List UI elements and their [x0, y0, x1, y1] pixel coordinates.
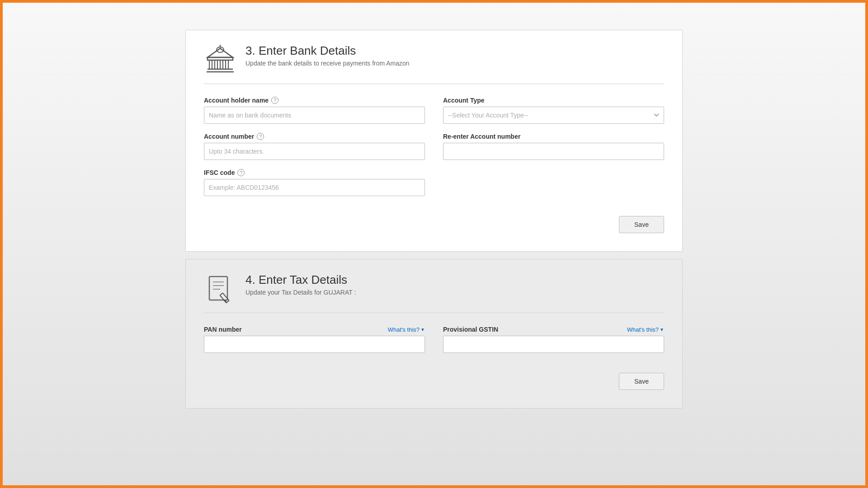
bank-save-row: Save — [204, 216, 664, 233]
provisional-gstin-input[interactable] — [443, 336, 664, 353]
ifsc-code-help-icon[interactable]: ? — [237, 169, 245, 176]
svg-rect-2 — [215, 60, 217, 69]
pan-whats-this-arrow: ▼ — [420, 327, 425, 332]
tax-icon — [204, 273, 236, 305]
tax-title-block: 4. Enter Tax Details Update your Tax Det… — [245, 273, 356, 296]
bank-section-subtitle: Update the bank details to receive payme… — [245, 60, 410, 67]
re-enter-account-number-group: Re-enter Account number — [443, 133, 664, 160]
tax-details-section: 4. Enter Tax Details Update your Tax Det… — [185, 259, 683, 408]
ifsc-code-group: IFSC code ? — [204, 169, 425, 196]
ifsc-code-label: IFSC code ? — [204, 169, 425, 176]
svg-rect-4 — [226, 60, 228, 69]
content-wrapper: 3. Enter Bank Details Update the bank de… — [185, 30, 683, 416]
tax-save-row: Save — [204, 373, 664, 390]
svg-rect-3 — [220, 60, 223, 69]
account-number-input[interactable] — [204, 143, 425, 160]
page-wrapper: 3. Enter Bank Details Update the bank de… — [3, 3, 865, 485]
account-type-group: Account Type --Select Your Account Type-… — [443, 97, 664, 124]
svg-rect-1 — [209, 60, 212, 69]
pan-number-group: PAN number What's this? ▼ — [204, 326, 425, 353]
account-holder-name-input[interactable] — [204, 107, 425, 124]
bank-form-grid: Account holder name ? Account Type --Sel… — [204, 97, 664, 233]
svg-rect-10 — [209, 277, 227, 300]
account-holder-name-label: Account holder name ? — [204, 97, 425, 104]
account-number-label: Account number ? — [204, 133, 425, 140]
account-type-select[interactable]: --Select Your Account Type-- Savings Cur… — [443, 107, 664, 124]
pan-whats-this-link[interactable]: What's this? ▼ — [388, 326, 425, 333]
bank-section-header: 3. Enter Bank Details Update the bank de… — [204, 44, 664, 84]
tax-section-header: 4. Enter Tax Details Update your Tax Det… — [204, 273, 664, 313]
provisional-gstin-group: Provisional GSTIN What's this? ▼ — [443, 326, 664, 353]
pan-number-input[interactable] — [204, 336, 425, 353]
account-number-help-icon[interactable]: ? — [257, 133, 264, 140]
gstin-whats-this-arrow: ▼ — [660, 327, 664, 332]
account-holder-name-help-icon[interactable]: ? — [271, 97, 278, 104]
account-number-group: Account number ? — [204, 133, 425, 160]
ifsc-code-input[interactable] — [204, 179, 425, 196]
gstin-label-row: Provisional GSTIN What's this? ▼ — [443, 326, 664, 333]
account-type-label: Account Type — [443, 97, 664, 104]
bank-section-title: 3. Enter Bank Details — [245, 44, 410, 58]
tax-form-grid: PAN number What's this? ▼ Provisional GS… — [204, 326, 664, 390]
provisional-gstin-label: Provisional GSTIN — [443, 326, 498, 333]
tax-section-subtitle: Update your Tax Details for GUJARAT : — [245, 289, 356, 296]
bank-save-button[interactable]: Save — [619, 216, 664, 233]
tax-save-button[interactable]: Save — [619, 373, 664, 390]
pan-number-label: PAN number — [204, 326, 242, 333]
re-enter-account-number-label: Re-enter Account number — [443, 133, 664, 140]
pan-label-row: PAN number What's this? ▼ — [204, 326, 425, 333]
gstin-whats-this-link[interactable]: What's this? ▼ — [627, 326, 664, 333]
tax-section-title: 4. Enter Tax Details — [245, 273, 356, 287]
bank-details-section: 3. Enter Bank Details Update the bank de… — [185, 30, 683, 252]
bank-icon — [204, 44, 236, 76]
bank-title-block: 3. Enter Bank Details Update the bank de… — [245, 44, 410, 67]
account-holder-name-group: Account holder name ? — [204, 97, 425, 124]
re-enter-account-number-input[interactable] — [443, 143, 664, 160]
